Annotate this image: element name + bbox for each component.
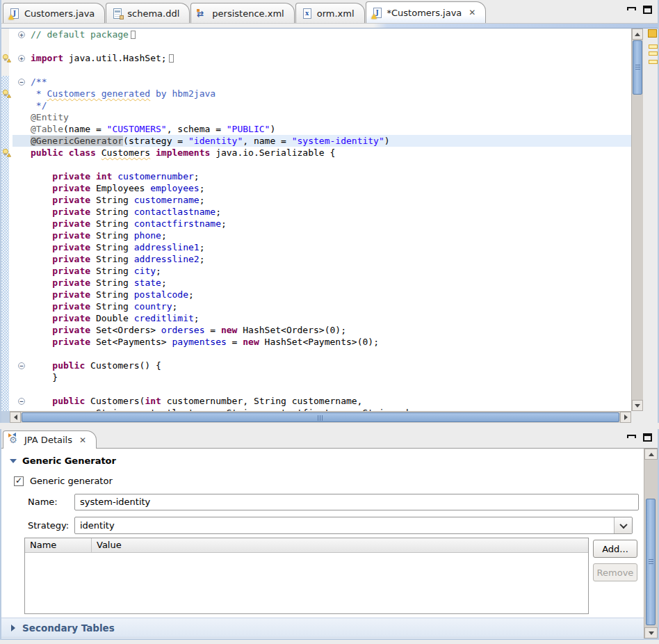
code-line[interactable]: private String contactlastname; xyxy=(1,206,631,218)
code-line[interactable] xyxy=(1,383,631,395)
tab-jpa-details[interactable]: ⚙ JPA Details ✕ xyxy=(3,430,97,449)
code-line[interactable]: @GenericGenerator(strategy = "identity",… xyxy=(1,135,631,147)
code-text[interactable]: private String customername; xyxy=(31,194,631,206)
code-text[interactable]: /** xyxy=(31,76,631,88)
close-icon[interactable]: ✕ xyxy=(469,8,475,17)
code-line[interactable]: private String addressline2; xyxy=(1,253,631,265)
code-text[interactable]: public class Customers implements java.i… xyxy=(31,147,631,159)
code-text[interactable]: private String postalcode; xyxy=(31,289,631,300)
code-line[interactable]: private String contactfirstname; xyxy=(1,218,631,230)
fold-collapse-icon[interactable]: − xyxy=(18,79,25,86)
scroll-up-icon[interactable] xyxy=(644,449,658,460)
fold-expand-icon[interactable]: + xyxy=(18,55,25,62)
editor-vertical-scrollbar[interactable] xyxy=(631,29,643,411)
code-text[interactable]: */ xyxy=(31,99,631,111)
code-line[interactable] xyxy=(1,159,631,170)
code-line[interactable]: private String addressline1; xyxy=(1,241,631,253)
minimize-icon[interactable] xyxy=(627,7,636,10)
code-text[interactable]: private Set<Payments> paymentses = new H… xyxy=(31,336,631,348)
code-line[interactable] xyxy=(1,40,631,52)
expand-arrow-icon[interactable] xyxy=(11,625,15,631)
jpa-vertical-scrollbar[interactable] xyxy=(644,449,658,638)
properties-table[interactable]: Name Value xyxy=(24,538,589,614)
code-text[interactable]: public Customers(int customernumber, Str… xyxy=(31,395,631,407)
code-text[interactable]: private String state; xyxy=(31,277,631,289)
code-line[interactable]: private String city; xyxy=(1,265,631,277)
code-text[interactable]: private String country; xyxy=(31,300,631,312)
code-text[interactable] xyxy=(31,40,631,52)
fold-column[interactable]: + xyxy=(13,29,31,40)
code-text[interactable]: @Table(name = "CUSTOMERS", schema = "PUB… xyxy=(31,123,631,135)
code-line[interactable]: * Customers generated by hbm2java xyxy=(1,88,631,99)
code-line[interactable]: private String state; xyxy=(1,277,631,289)
dropdown-button[interactable] xyxy=(614,517,632,533)
code-text[interactable]: private String phone; xyxy=(31,230,631,241)
code-text[interactable]: private int customernumber; xyxy=(31,170,631,182)
scrollbar-thumb[interactable] xyxy=(22,412,619,422)
code-line[interactable]: @Table(name = "CUSTOMERS", schema = "PUB… xyxy=(1,123,631,135)
code-text[interactable]: private String contactlastname; xyxy=(31,206,631,218)
generic-generator-checkbox[interactable] xyxy=(14,476,24,486)
code-text[interactable]: @GenericGenerator(strategy = "identity",… xyxy=(31,135,631,147)
scrollbar-thumb[interactable] xyxy=(646,499,656,625)
fold-expand-icon[interactable]: + xyxy=(18,31,25,38)
code-line[interactable]: private Set<Orders> orderses = new HashS… xyxy=(1,324,631,336)
code-line[interactable]: private Employees employees; xyxy=(1,182,631,194)
warning-marker[interactable] xyxy=(649,60,658,64)
code-area[interactable]: +// default package+import java.util.Has… xyxy=(1,29,631,411)
code-text[interactable]: import java.util.HashSet; xyxy=(31,52,631,64)
code-line[interactable]: private String phone; xyxy=(1,230,631,241)
code-text[interactable] xyxy=(31,159,631,170)
code-line[interactable]: − public Customers(int customernumber, S… xyxy=(1,395,631,407)
generic-generator-section[interactable]: Generic Generator xyxy=(10,456,116,466)
fold-column[interactable]: + xyxy=(13,52,31,64)
code-text[interactable] xyxy=(31,348,631,360)
folded-region-box[interactable] xyxy=(131,31,136,39)
code-line[interactable]: +// default package xyxy=(1,29,631,40)
code-line[interactable]: private String customername; xyxy=(1,194,631,206)
warning-header-marker[interactable] xyxy=(648,29,657,38)
code-text[interactable]: @Entity xyxy=(31,111,631,123)
fold-column[interactable]: − xyxy=(13,395,31,407)
fold-collapse-icon[interactable]: − xyxy=(18,362,25,369)
code-text[interactable]: * Customers generated by hbm2java xyxy=(31,88,631,99)
fold-column[interactable]: − xyxy=(13,76,31,88)
code-line[interactable]: private int customernumber; xyxy=(1,170,631,182)
code-line[interactable]: −/** xyxy=(1,76,631,88)
code-text[interactable]: private Set<Orders> orderses = new HashS… xyxy=(31,324,631,336)
editor-tab-customers.java[interactable]: JCustomers.java xyxy=(3,3,105,23)
fold-column[interactable]: − xyxy=(13,360,31,371)
scroll-left-icon[interactable] xyxy=(10,412,21,423)
code-line[interactable] xyxy=(1,348,631,360)
code-line[interactable]: private String postalcode; xyxy=(1,289,631,300)
editor-tab-persistence.xml[interactable]: ⇄persistence.xml xyxy=(190,3,294,23)
scroll-down-icon[interactable] xyxy=(632,400,643,411)
editor-tab-orm.xml[interactable]: xorm.xml xyxy=(295,3,365,23)
scroll-up-icon[interactable] xyxy=(632,29,643,40)
code-text[interactable]: private Employees employees; xyxy=(31,182,631,194)
folded-region-box[interactable] xyxy=(169,54,174,63)
overview-ruler[interactable] xyxy=(643,29,658,411)
code-line[interactable]: private Set<Payments> paymentses = new H… xyxy=(1,336,631,348)
code-text[interactable] xyxy=(31,383,631,395)
code-line[interactable]: @Entity xyxy=(1,111,631,123)
code-text[interactable]: private String addressline2; xyxy=(31,253,631,265)
code-line[interactable]: */ xyxy=(1,99,631,111)
code-line[interactable]: public class Customers implements java.i… xyxy=(1,147,631,159)
code-text[interactable]: private Double creditlimit; xyxy=(31,312,631,324)
close-icon[interactable]: ✕ xyxy=(79,435,86,445)
code-text[interactable] xyxy=(31,64,631,76)
editor-horizontal-scrollbar[interactable] xyxy=(10,411,631,423)
warning-marker[interactable] xyxy=(649,45,658,49)
scroll-down-icon[interactable] xyxy=(644,627,658,638)
code-text[interactable]: // default package xyxy=(31,29,631,40)
minimize-icon[interactable] xyxy=(627,435,636,438)
code-text[interactable]: } xyxy=(31,371,631,383)
code-line[interactable]: private String country; xyxy=(1,300,631,312)
editor-tab-customers.java[interactable]: J*Customers.java✕ xyxy=(366,1,487,23)
code-text[interactable]: private String contactfirstname; xyxy=(31,218,631,230)
column-header-name[interactable]: Name xyxy=(25,538,92,552)
maximize-icon[interactable] xyxy=(643,433,652,442)
collapse-arrow-icon[interactable] xyxy=(10,459,17,463)
fold-collapse-icon[interactable]: − xyxy=(18,398,25,405)
